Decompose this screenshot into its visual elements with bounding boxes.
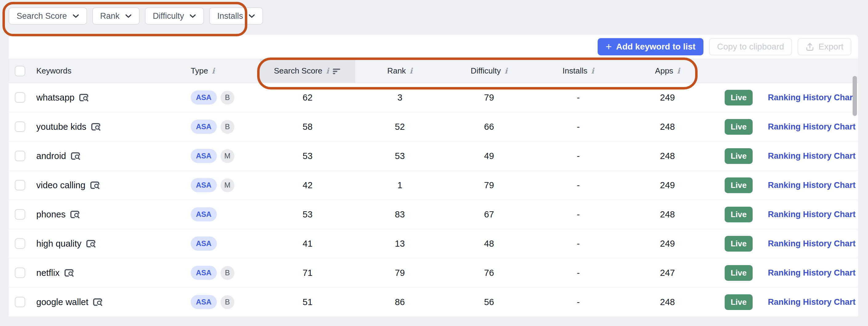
row-checkbox[interactable] (15, 238, 25, 249)
apps-value: 249 (623, 93, 712, 103)
keyword-live-search-icon[interactable] (90, 181, 100, 190)
live-status-badge: Live (725, 90, 752, 105)
search-score-value: 41 (260, 239, 355, 249)
type-badge-letter: M (220, 178, 235, 192)
type-badge-letter: B (220, 120, 235, 134)
installs-value: - (534, 180, 623, 190)
row-checkbox[interactable] (15, 151, 25, 161)
live-status-badge: Live (725, 236, 752, 252)
ranking-history-chart-link[interactable]: Ranking History Chart (768, 122, 856, 132)
header-cell-checkbox (9, 59, 31, 83)
table-body: whatsapp ASA B 62 3 79 - 249 Live Rankin… (9, 83, 858, 317)
keyword-live-search-icon[interactable] (64, 269, 74, 277)
apps-value: 248 (623, 151, 712, 161)
search-score-value: 58 (260, 122, 355, 132)
row-checkbox[interactable] (15, 209, 25, 220)
header-label-keywords: Keywords (36, 66, 71, 76)
keyword-live-search-icon[interactable] (86, 239, 96, 248)
table-row-video-calling: video calling ASA M 42 1 79 - 249 Live R… (9, 171, 858, 200)
info-icon[interactable]: i (504, 67, 507, 75)
apps-value: 248 (623, 122, 712, 132)
info-icon[interactable]: i (677, 67, 680, 75)
live-status-badge: Live (725, 177, 752, 193)
chevron-down-icon (72, 14, 79, 18)
apps-value: 249 (623, 180, 712, 190)
difficulty-value: 66 (444, 122, 534, 132)
filter-dropdown-difficulty[interactable]: Difficulty (145, 7, 204, 25)
keyword-live-search-icon[interactable] (70, 210, 80, 219)
difficulty-value: 56 (444, 297, 534, 307)
row-checkbox[interactable] (15, 297, 25, 307)
copy-to-clipboard-label: Copy to clipboard (717, 42, 784, 52)
chevron-down-icon (125, 14, 132, 18)
header-cell-search-score[interactable]: Search Score i (260, 59, 355, 83)
info-icon[interactable]: i (212, 67, 215, 75)
ranking-history-chart-link[interactable]: Ranking History Chart (768, 210, 856, 219)
installs-value: - (534, 209, 623, 220)
filter-dropdown-rank[interactable]: Rank (92, 7, 140, 25)
type-badge-asa: ASA (191, 207, 217, 222)
ranking-history-chart-link[interactable]: Ranking History Chart (768, 151, 856, 161)
filter-dropdown-installs[interactable]: Installs (209, 7, 263, 25)
rank-value: 86 (355, 297, 444, 307)
type-badge-letter: B (220, 91, 235, 104)
table-row-phones: phones ASA 53 83 67 - 248 Live Ranking H… (9, 200, 858, 229)
header-label-search-score: Search Score (274, 66, 322, 76)
header-cell-difficulty[interactable]: Difficulty i (444, 59, 534, 83)
type-badge-asa: ASA (191, 295, 217, 309)
header-cell-status (712, 59, 765, 83)
difficulty-value: 49 (444, 151, 534, 161)
keyword-label: phones (36, 209, 65, 220)
keyword-label: whatsapp (36, 93, 74, 103)
search-score-value: 53 (260, 151, 355, 161)
vertical-scrollbar-thumb[interactable] (852, 76, 857, 116)
export-button[interactable]: Export (798, 38, 851, 55)
header-cell-installs[interactable]: Installs i (534, 59, 623, 83)
keyword-live-search-icon[interactable] (79, 94, 89, 102)
filter-label: Difficulty (153, 11, 184, 21)
ranking-history-chart-link[interactable]: Ranking History Chart (768, 239, 856, 249)
keyword-label: google wallet (36, 297, 88, 307)
copy-to-clipboard-button[interactable]: Copy to clipboard (709, 38, 792, 55)
live-status-badge: Live (725, 148, 752, 164)
ranking-history-chart-link[interactable]: Ranking History Chart (768, 181, 856, 190)
header-cell-apps[interactable]: Apps i (623, 59, 712, 83)
header-cell-rank[interactable]: Rank i (355, 59, 444, 83)
ranking-history-chart-link[interactable]: Ranking History Chart (768, 93, 856, 102)
search-score-value: 62 (260, 93, 355, 103)
rank-value: 83 (355, 209, 444, 220)
live-status-badge: Live (725, 207, 752, 222)
row-checkbox[interactable] (15, 122, 25, 132)
header-label-rank: Rank (387, 66, 406, 76)
installs-value: - (534, 239, 623, 249)
table-toolbar: + Add keyword to list Copy to clipboard … (9, 35, 858, 59)
keyword-live-search-icon[interactable] (93, 298, 102, 306)
type-badge-letter: B (220, 295, 235, 309)
add-keyword-to-list-button[interactable]: + Add keyword to list (598, 38, 704, 55)
info-icon[interactable]: i (591, 67, 594, 75)
select-all-checkbox[interactable] (15, 66, 25, 76)
keyword-table-panel: + Add keyword to list Copy to clipboard … (9, 35, 858, 315)
type-badge-asa: ASA (191, 178, 217, 192)
info-icon[interactable]: i (410, 67, 413, 75)
row-checkbox[interactable] (15, 267, 25, 278)
search-score-value: 71 (260, 268, 355, 278)
ranking-history-chart-link[interactable]: Ranking History Chart (768, 297, 856, 307)
header-label-apps: Apps (655, 66, 673, 76)
type-badge-asa: ASA (191, 266, 217, 280)
row-checkbox[interactable] (15, 180, 25, 190)
header-cell-type[interactable]: Type i (172, 59, 260, 83)
keyword-live-search-icon[interactable] (91, 123, 100, 131)
header-label-type: Type (191, 66, 208, 76)
header-cell-keywords[interactable]: Keywords (31, 59, 172, 83)
type-badge-asa: ASA (191, 236, 217, 251)
keyword-label: youtube kids (36, 122, 87, 132)
info-icon[interactable]: i (326, 67, 329, 75)
keyword-live-search-icon[interactable] (71, 152, 80, 160)
live-status-badge: Live (725, 119, 752, 135)
ranking-history-chart-link[interactable]: Ranking History Chart (768, 268, 856, 278)
row-checkbox[interactable] (15, 92, 25, 103)
table-row-netflix: netflix ASA B 71 79 76 - 247 Live Rankin… (9, 258, 858, 288)
filter-dropdown-search-score[interactable]: Search Score (9, 7, 87, 25)
sort-descending-icon[interactable] (333, 68, 341, 74)
